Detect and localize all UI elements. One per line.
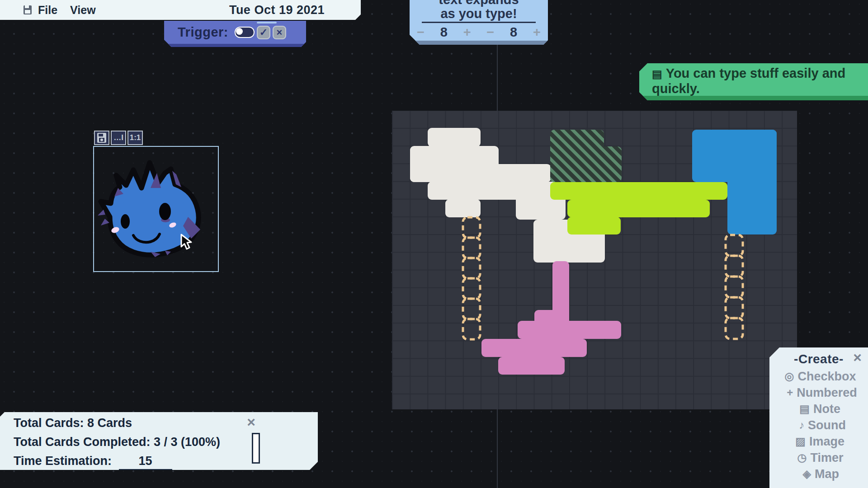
total-cards-text: Total Cards: 8 Cards bbox=[14, 415, 318, 431]
text-widget-line1: text expands bbox=[410, 0, 548, 7]
image-scale-button[interactable]: 1:1 bbox=[127, 131, 143, 145]
create-item-checkbox[interactable]: ◎Checkbox bbox=[781, 368, 856, 385]
text-expands-widget[interactable]: text expands as you type! − 8 + − 8 + bbox=[410, 0, 548, 45]
mouse-cursor bbox=[180, 233, 196, 251]
create-item-note[interactable]: ▤Note bbox=[797, 401, 840, 417]
creature-left-eye bbox=[121, 214, 130, 229]
dashed-slot-column[interactable] bbox=[726, 235, 743, 339]
time-estimation-input[interactable]: 15 bbox=[119, 453, 172, 470]
stepper-minus-right[interactable]: − bbox=[486, 25, 494, 40]
create-item-map[interactable]: ◈Map bbox=[798, 466, 839, 482]
plus-icon: + bbox=[780, 385, 793, 401]
stats-panel: Total Cards: 8 Cards Total Cards Complet… bbox=[0, 412, 318, 470]
create-item-label: Checkbox bbox=[797, 368, 856, 385]
stepper-value-left[interactable]: 8 bbox=[440, 25, 448, 40]
trigger-widget[interactable]: Trigger: ✓ × bbox=[164, 21, 306, 47]
image-rename-button[interactable]: …I bbox=[111, 131, 126, 145]
create-menu: -Create- × ◎Checkbox +Numbered ▤Note ♪So… bbox=[769, 347, 868, 488]
create-item-label: Timer bbox=[810, 450, 843, 466]
hatched-block[interactable] bbox=[550, 130, 622, 182]
create-item-label: Map bbox=[815, 466, 839, 482]
pink-shape[interactable] bbox=[481, 261, 621, 375]
create-item-label: Image bbox=[809, 433, 844, 450]
checkbox-icon: ◎ bbox=[781, 368, 794, 385]
note-icon: ▤ bbox=[652, 68, 662, 80]
image-icon: ▨ bbox=[793, 433, 806, 450]
trigger-confirm-button[interactable]: ✓ bbox=[257, 26, 270, 39]
create-item-label: Sound bbox=[808, 417, 846, 433]
create-menu-items: ◎Checkbox +Numbered ▤Note ♪Sound ▨Image … bbox=[769, 368, 868, 482]
time-estimation-label: Time Estimation: bbox=[14, 454, 112, 468]
clock-icon: ◷ bbox=[794, 450, 807, 466]
stats-scrollbar[interactable] bbox=[252, 433, 260, 464]
stats-close-button[interactable]: × bbox=[247, 416, 255, 428]
trigger-toggle[interactable] bbox=[235, 27, 255, 38]
trigger-label: Trigger: bbox=[178, 25, 228, 40]
pixel-canvas[interactable] bbox=[392, 111, 797, 409]
create-close-button[interactable]: × bbox=[853, 351, 862, 364]
create-item-sound[interactable]: ♪Sound bbox=[792, 417, 846, 433]
create-item-timer[interactable]: ◷Timer bbox=[794, 450, 843, 466]
trigger-handle[interactable] bbox=[257, 22, 277, 23]
menu-file[interactable]: File bbox=[32, 4, 64, 17]
create-item-image[interactable]: ▨Image bbox=[793, 433, 844, 450]
dashed-slot-column[interactable] bbox=[463, 217, 480, 339]
text-widget-line2: as you type! bbox=[410, 7, 548, 21]
map-icon: ◈ bbox=[798, 466, 811, 482]
creature-right-eye bbox=[159, 203, 171, 220]
lime-shape[interactable] bbox=[550, 182, 727, 235]
cards-completed-text: Total Cards Completed: 3 / 3 (100%) bbox=[14, 434, 318, 450]
music-note-icon: ♪ bbox=[792, 417, 804, 433]
toggle-knob bbox=[236, 28, 243, 35]
image-save-button[interactable] bbox=[94, 131, 109, 145]
stepper-plus-right[interactable]: + bbox=[533, 25, 541, 40]
stepper-minus-left[interactable]: − bbox=[417, 25, 425, 40]
create-item-label: Numbered bbox=[797, 385, 857, 401]
floppy-icon bbox=[97, 133, 106, 143]
create-item-label: Note bbox=[813, 401, 840, 417]
stepper-value-right[interactable]: 8 bbox=[510, 25, 517, 40]
image-toolbar: …I 1:1 bbox=[94, 131, 143, 145]
menu-view[interactable]: View bbox=[64, 4, 102, 17]
green-note[interactable]: ▤You can type stuff easily and quickly. bbox=[639, 63, 868, 100]
save-icon[interactable] bbox=[24, 5, 32, 14]
trigger-cancel-button[interactable]: × bbox=[273, 26, 286, 39]
menubar-date: Tue Oct 19 2021 bbox=[229, 3, 325, 17]
stepper-plus-left[interactable]: + bbox=[463, 25, 471, 40]
menu-bar: File View Tue Oct 19 2021 bbox=[0, 0, 361, 20]
note-icon: ▤ bbox=[797, 401, 810, 417]
blue-shape[interactable] bbox=[692, 130, 777, 235]
green-note-text: You can type stuff easily and quickly. bbox=[652, 66, 845, 96]
create-item-numbered[interactable]: +Numbered bbox=[780, 385, 857, 401]
